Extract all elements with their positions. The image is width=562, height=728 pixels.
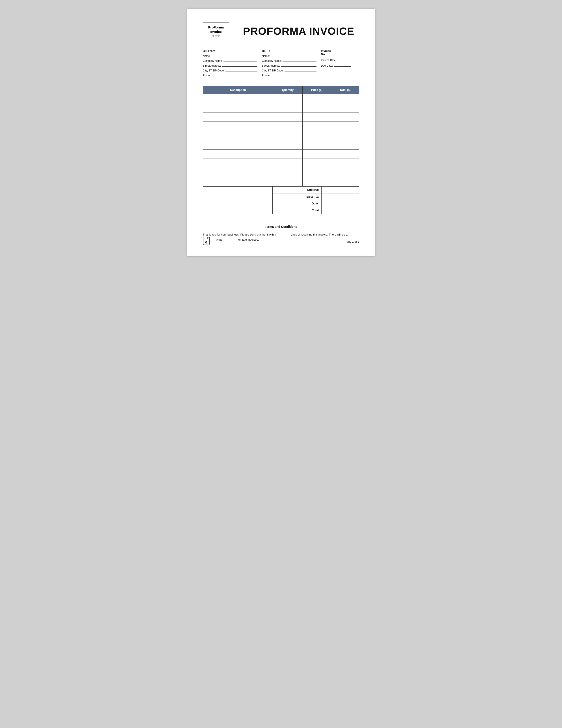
table-cell[interactable] — [331, 131, 359, 140]
bill-to-city: City, ST ZIP Code: — [262, 68, 316, 72]
table-cell[interactable] — [273, 94, 302, 103]
table-row — [203, 168, 359, 177]
table-cell[interactable] — [331, 103, 359, 112]
table-cell[interactable] — [331, 140, 359, 150]
logo-title: ProFormaInvoice — [207, 25, 225, 34]
bill-to-column: Bill To Name: Company Name: Street Addre… — [262, 49, 316, 78]
summary-other-row: Other — [273, 200, 359, 207]
table-row — [203, 140, 359, 150]
table-cell[interactable] — [331, 94, 359, 103]
table-cell[interactable] — [273, 140, 302, 150]
summary-total-row: Total — [273, 207, 359, 214]
bill-to-heading: Bill To — [262, 49, 316, 52]
other-value[interactable] — [321, 200, 359, 207]
total-value[interactable] — [321, 207, 359, 214]
footer: e Page 1 of 2 — [203, 237, 359, 247]
bill-to-address: Street Address: — [262, 64, 316, 67]
table-row — [203, 94, 359, 103]
table-cell[interactable] — [273, 168, 302, 177]
table-cell[interactable] — [203, 103, 273, 112]
table-cell[interactable] — [302, 150, 331, 159]
table-cell[interactable] — [273, 112, 302, 122]
bill-from-heading: Bill From — [203, 49, 258, 52]
col-total: Total ($) — [331, 86, 359, 94]
table-row — [203, 122, 359, 131]
table-cell[interactable] — [273, 159, 302, 168]
table-cell[interactable] — [302, 94, 331, 103]
invoice-table: Description Quantity Price ($) Total ($) — [203, 86, 359, 187]
invoice-no-label: Invoice No. — [321, 49, 359, 56]
salestax-label: Sales Tax — [273, 193, 321, 200]
table-cell[interactable] — [203, 168, 273, 177]
table-cell[interactable] — [302, 168, 331, 177]
col-quantity: Quantity — [273, 86, 302, 94]
table-cell[interactable] — [302, 112, 331, 122]
table-cell[interactable] — [273, 150, 302, 159]
summary-section: Subtotal Sales Tax Other Total — [203, 187, 359, 214]
table-cell[interactable] — [331, 177, 359, 187]
table-cell[interactable] — [331, 112, 359, 122]
table-row — [203, 112, 359, 122]
terms-title: Terms and Conditions — [203, 225, 359, 228]
invoice-page: ProFormaInvoice eForms PROFORMA INVOICE … — [187, 9, 375, 256]
invoice-info-column: Invoice No. Invoice Date: Due Date: — [321, 49, 359, 78]
table-cell[interactable] — [203, 94, 273, 103]
table-cell[interactable] — [302, 122, 331, 131]
bill-from-column: Bill From Name: Company Name: Street Add… — [203, 49, 258, 78]
table-cell[interactable] — [331, 122, 359, 131]
bill-from-address: Street Address: — [203, 64, 258, 67]
table-row — [203, 131, 359, 140]
table-cell[interactable] — [273, 122, 302, 131]
table-row — [203, 159, 359, 168]
bill-from-name: Name: — [203, 54, 258, 58]
other-label: Other — [273, 200, 321, 207]
table-cell[interactable] — [203, 177, 273, 187]
footer-logo-icon: e — [203, 237, 211, 247]
header: ProFormaInvoice eForms PROFORMA INVOICE — [203, 22, 359, 40]
table-cell[interactable] — [203, 131, 273, 140]
table-cell[interactable] — [302, 140, 331, 150]
table-cell[interactable] — [302, 103, 331, 112]
table-cell[interactable] — [203, 140, 273, 150]
table-cell[interactable] — [331, 159, 359, 168]
main-title: PROFORMA INVOICE — [238, 25, 359, 37]
svg-text:e: e — [206, 242, 207, 244]
bill-from-city: City, ST ZIP Code: — [203, 68, 258, 72]
table-row — [203, 103, 359, 112]
logo-subtitle: eForms — [207, 35, 225, 37]
salestax-value[interactable] — [321, 193, 359, 200]
table-cell[interactable] — [302, 159, 331, 168]
due-date: Due Date: — [321, 64, 359, 67]
table-row — [203, 177, 359, 187]
bill-section: Bill From Name: Company Name: Street Add… — [203, 49, 359, 78]
table-header-row: Description Quantity Price ($) Total ($) — [203, 86, 359, 94]
page-number: Page 1 of 2 — [345, 240, 359, 243]
subtotal-label: Subtotal — [273, 187, 321, 193]
summary-block: Subtotal Sales Tax Other Total — [273, 187, 359, 214]
table-cell[interactable] — [203, 159, 273, 168]
summary-subtotal-row: Subtotal — [273, 187, 359, 193]
bill-to-name: Name: — [262, 54, 316, 58]
logo-box: ProFormaInvoice eForms — [203, 22, 229, 40]
table-cell[interactable] — [273, 103, 302, 112]
table-cell[interactable] — [331, 168, 359, 177]
bill-to-phone: Phone: — [262, 73, 316, 77]
col-price: Price ($) — [302, 86, 331, 94]
total-label: Total — [273, 207, 321, 214]
bill-to-company: Company Name: — [262, 59, 316, 62]
table-cell[interactable] — [273, 177, 302, 187]
table-cell[interactable] — [302, 131, 331, 140]
table-cell[interactable] — [273, 131, 302, 140]
summary-salestax-row: Sales Tax — [273, 193, 359, 200]
col-description: Description — [203, 86, 273, 94]
bill-from-phone: Phone: — [203, 73, 258, 77]
table-cell[interactable] — [203, 122, 273, 131]
table-cell[interactable] — [203, 150, 273, 159]
table-cell[interactable] — [331, 150, 359, 159]
table-row — [203, 150, 359, 159]
table-cell[interactable] — [203, 112, 273, 122]
subtotal-value[interactable] — [321, 187, 359, 193]
bill-from-company: Company Name: — [203, 59, 258, 62]
invoice-date: Invoice Date: — [321, 58, 359, 62]
table-cell[interactable] — [302, 177, 331, 187]
